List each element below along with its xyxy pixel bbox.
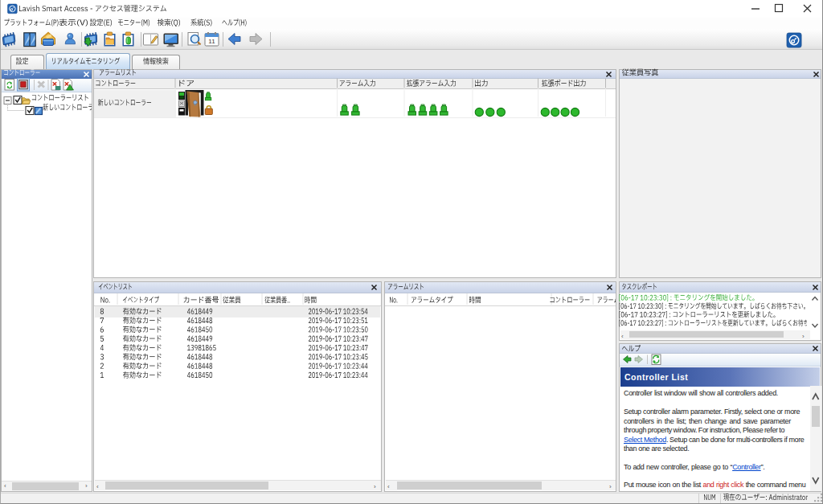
svg-text:11: 11 — [208, 38, 215, 45]
